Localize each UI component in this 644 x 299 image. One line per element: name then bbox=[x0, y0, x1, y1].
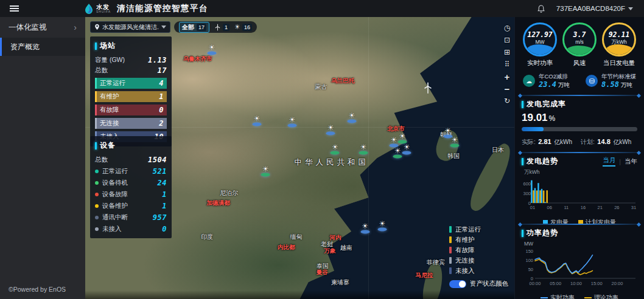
solar-station-marker[interactable]: ☀ bbox=[393, 148, 402, 159]
station-selector-dropdown[interactable]: 水发能源风光储清洁... bbox=[90, 21, 170, 33]
svg-text:10:00: 10:00 bbox=[570, 281, 582, 286]
status-dot bbox=[95, 193, 99, 196]
solar-station-marker[interactable]: ☀ bbox=[389, 137, 398, 147]
station-status-row[interactable]: 有故障 0 bbox=[95, 105, 167, 115]
device-status-row[interactable]: 设备待机 24 bbox=[95, 177, 167, 188]
device-status-row[interactable]: 设备维护 1 bbox=[95, 201, 167, 211]
apps-icon[interactable]: ⠿ bbox=[502, 61, 512, 69]
top-header: 水发 SHUIFA 清洁能源管控智慧平台 737EAA0BACD8420F bbox=[0, 0, 644, 17]
station-total-value: 17 bbox=[158, 66, 167, 75]
solar-station-marker[interactable]: ☀ bbox=[207, 45, 216, 55]
sidebar-item-asset-overview[interactable]: 资产概览 bbox=[0, 38, 85, 56]
svg-text:01: 01 bbox=[530, 205, 535, 210]
solar-station-marker[interactable]: ☀ bbox=[402, 144, 411, 154]
device-status-row[interactable]: 通讯中断 957 bbox=[95, 212, 167, 222]
completion-percent: 19.01% bbox=[522, 112, 637, 124]
history-icon[interactable]: ◷ bbox=[502, 24, 512, 32]
wind-turbine-icon bbox=[423, 82, 433, 94]
sun-icon: ☀ bbox=[261, 166, 270, 172]
sun-icon: ☀ bbox=[402, 144, 411, 150]
filter-all-count: 17 bbox=[197, 24, 206, 31]
sun-icon: ☀ bbox=[389, 137, 398, 143]
cloud-icon: ☁ bbox=[523, 75, 535, 87]
device-status-row[interactable]: 未接入 0 bbox=[95, 224, 167, 234]
device-status-row[interactable]: 正常运行 521 bbox=[95, 166, 167, 176]
device-total-label: 总数 bbox=[95, 156, 108, 164]
svg-text:26: 26 bbox=[614, 205, 619, 210]
device-total-value: 1504 bbox=[148, 156, 167, 164]
legend-planned-generation: 计划发电量 bbox=[578, 218, 616, 224]
power-trend-chart: 05010015000:0005:0010:0015:0020:00 bbox=[522, 247, 637, 290]
sun-icon: ☀ bbox=[347, 113, 356, 119]
svg-text:300: 300 bbox=[523, 191, 531, 196]
tab-current-month[interactable]: 当月 bbox=[603, 156, 615, 167]
solar-station-marker[interactable]: ☀ bbox=[261, 166, 270, 176]
generation-trend-chart: 030060001061116212631 bbox=[522, 176, 637, 215]
frame-icon[interactable]: ⊡ bbox=[502, 36, 512, 44]
menu-icon[interactable] bbox=[0, 0, 28, 17]
status-dot bbox=[95, 216, 99, 219]
asset-filter-bar: 全部 17 1 ☀ 16 bbox=[174, 21, 257, 33]
solar-station-marker[interactable]: ☀ bbox=[347, 113, 356, 123]
reset-icon[interactable]: ↻ bbox=[502, 97, 512, 105]
actual-generation-value: 2.81 bbox=[538, 138, 551, 145]
status-dot bbox=[95, 204, 99, 208]
solar-station-marker[interactable]: ☀ bbox=[450, 137, 460, 147]
solar-station-marker[interactable]: ☀ bbox=[377, 221, 387, 231]
solar-station-marker[interactable]: ☀ bbox=[397, 133, 407, 143]
right-stats-panel: 127.97 MW 实时功率 3.7 m/s 风速 bbox=[514, 17, 644, 299]
station-status-row[interactable]: 正常运行 4 bbox=[95, 78, 167, 89]
left-sidebar: 一体化监视 › 资产概览 ©Powered by EnOS bbox=[0, 17, 85, 299]
sun-icon: ☀ bbox=[331, 144, 340, 150]
map-canvas[interactable]: 蒙古中华人民共和国乌鲁木齐市乌兰巴托北京市朝鲜韩国日本印度尼泊尔加德满都缅甸内比… bbox=[85, 17, 514, 299]
filter-wind-button[interactable]: 1 bbox=[214, 24, 229, 31]
station-status-row[interactable]: 无连接 2 bbox=[95, 118, 167, 129]
completion-progress-bar bbox=[522, 127, 637, 131]
device-id-dropdown[interactable]: 737EAA0BACD8420F bbox=[556, 5, 633, 12]
sun-icon: ☀ bbox=[393, 148, 402, 154]
chevron-down-icon bbox=[161, 26, 166, 29]
coal-coin-icon bbox=[586, 75, 598, 87]
filter-all-button[interactable]: 全部 17 bbox=[179, 22, 209, 33]
sun-icon: ☀ bbox=[234, 23, 240, 31]
tab-current-year[interactable]: 当年 bbox=[625, 157, 637, 166]
solar-station-marker[interactable]: ☀ bbox=[253, 115, 262, 126]
sun-icon: ☀ bbox=[443, 128, 452, 134]
toggle-label: 资产状态颜色 bbox=[470, 280, 508, 288]
device-status-row[interactable]: 设备故障 1 bbox=[95, 189, 167, 199]
chevron-down-icon bbox=[628, 7, 633, 10]
power-trend-title: 功率趋势 bbox=[527, 228, 637, 238]
location-pin-icon bbox=[94, 24, 100, 30]
map-region-label: 越南 bbox=[340, 244, 352, 252]
filter-solar-count: 16 bbox=[242, 24, 252, 31]
station-summary-panel: 场站 容量 (GW) 1.13 总数 17 正常运行 4 有维护 1 有故障 0… bbox=[90, 36, 172, 146]
layers-icon[interactable]: ⊞ bbox=[502, 49, 512, 57]
svg-text:20:00: 20:00 bbox=[612, 281, 623, 286]
solar-station-marker[interactable]: ☀ bbox=[331, 144, 340, 154]
generation-trend-section: 发电趋势 当月 | 当年 万kWh 030060001061116212631 … bbox=[515, 153, 644, 224]
section-divider bbox=[520, 152, 639, 153]
power-chart-unit: MW bbox=[524, 241, 637, 247]
app-root: 水发 SHUIFA 清洁能源管控智慧平台 737EAA0BACD8420F 一体… bbox=[0, 0, 644, 299]
station-panel-title: 场站 bbox=[100, 41, 116, 51]
section-divider bbox=[520, 224, 639, 225]
solar-station-marker[interactable]: ☀ bbox=[360, 223, 369, 233]
zoom-out-icon[interactable]: − bbox=[502, 85, 512, 93]
filter-solar-button[interactable]: ☀ 16 bbox=[234, 23, 252, 31]
bell-icon[interactable] bbox=[537, 4, 545, 13]
station-status-row[interactable]: 有维护 1 bbox=[95, 91, 167, 102]
sidebar-group-integrated-monitoring[interactable]: 一体化监视 › bbox=[0, 17, 85, 38]
device-id-text: 737EAA0BACD8420F bbox=[556, 5, 625, 12]
capacity-value: 1.13 bbox=[148, 56, 167, 64]
sun-icon: ☀ bbox=[326, 125, 335, 131]
map-controls: ◷⊡⊞⠿+−↻ bbox=[502, 24, 512, 105]
asset-status-color-toggle[interactable] bbox=[449, 280, 466, 288]
station-total-label: 总数 bbox=[95, 66, 108, 75]
wind-station-marker[interactable] bbox=[423, 82, 433, 94]
sun-icon: ☀ bbox=[253, 115, 262, 122]
solar-station-marker[interactable]: ☀ bbox=[359, 144, 368, 154]
zoom-in-icon[interactable]: + bbox=[502, 73, 512, 81]
solar-station-marker[interactable]: ☀ bbox=[326, 125, 335, 135]
solar-station-marker[interactable]: ☀ bbox=[287, 117, 296, 127]
sun-icon: ☀ bbox=[397, 133, 407, 139]
